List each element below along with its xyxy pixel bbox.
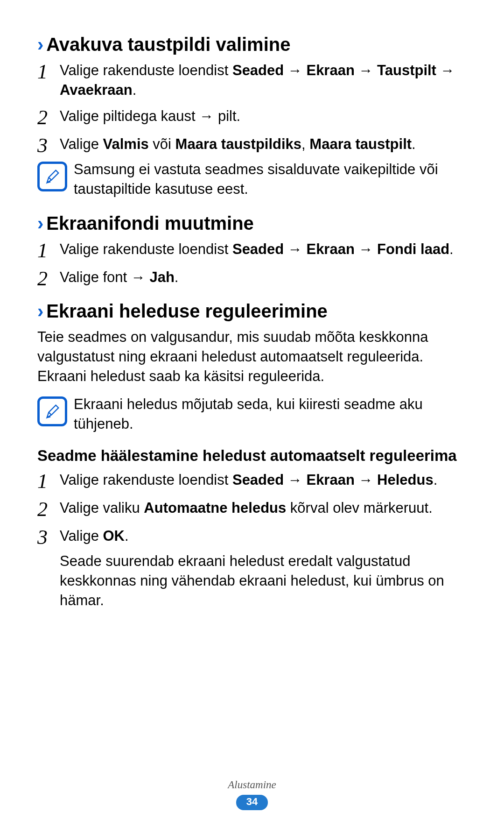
text-run: Valige rakenduste loendist xyxy=(60,62,232,78)
section-title: Avakuva taustpildi valimine xyxy=(46,33,290,56)
step-followup-text: Seade suurendab ekraani heledust eredalt… xyxy=(60,551,467,610)
step-number: 1 xyxy=(37,240,60,261)
chevron-icon: › xyxy=(37,214,43,233)
step-text: Valige rakenduste loendist Seaded → Ekra… xyxy=(60,61,467,100)
section-title: Ekraani heleduse reguleerimine xyxy=(46,299,327,323)
bold-run: Seaded → Ekraan → Fondi laad xyxy=(232,241,449,257)
bold-run: Maara taustpildiks xyxy=(175,136,301,152)
step-1: 1 Valige rakenduste loendist Seaded → Ek… xyxy=(37,470,467,492)
step-text: Valige piltidega kaust → pilt. xyxy=(60,106,467,126)
step-number: 3 xyxy=(37,526,60,548)
section-heading-brightness: › Ekraani heleduse reguleerimine xyxy=(37,299,467,323)
step-text: Valige valiku Automaatne heledus kõrval … xyxy=(60,498,467,518)
text-run: . xyxy=(125,528,129,544)
text-run: . xyxy=(434,472,438,488)
step-2: 2 Valige piltidega kaust → pilt. xyxy=(37,106,467,128)
note-text: Ekraani heledus mõjutab seda, kui kiires… xyxy=(74,395,467,434)
note-block: Samsung ei vastuta seadmes sisalduvate v… xyxy=(37,160,467,199)
text-run: Valige xyxy=(60,528,103,544)
svg-line-2 xyxy=(49,412,51,415)
note-icon xyxy=(37,396,67,426)
sub-heading-auto-brightness: Seadme häälestamine heledust automaatsel… xyxy=(37,446,467,466)
step-text: Valige font → Jah. xyxy=(60,268,467,287)
bold-run: Seaded → Ekraan → Heledus xyxy=(232,472,434,488)
text-run: . xyxy=(449,241,454,257)
text-run: . xyxy=(412,136,416,152)
text-run: . xyxy=(175,269,179,285)
step-number: 2 xyxy=(37,268,60,289)
text-run: . xyxy=(133,82,137,98)
text-run: Valige font → xyxy=(60,269,149,285)
page-number-badge: 34 xyxy=(236,795,268,810)
step-number: 2 xyxy=(37,498,60,520)
svg-line-0 xyxy=(49,177,51,180)
section-title: Ekraanifondi muutmine xyxy=(46,212,254,235)
document-page: › Avakuva taustpildi valimine 1 Valige r… xyxy=(0,0,504,827)
step-number: 1 xyxy=(37,61,60,82)
page-footer: Alustamine 34 xyxy=(0,779,504,810)
step-3: 3 Valige OK. xyxy=(37,526,467,548)
chevron-icon: › xyxy=(37,302,43,320)
step-2: 2 Valige valiku Automaatne heledus kõrva… xyxy=(37,498,467,520)
paragraph: Teie seadmes on valgusandur, mis suudab … xyxy=(37,327,467,386)
bold-run: Maara taustpilt xyxy=(309,136,412,152)
step-text: Valige rakenduste loendist Seaded → Ekra… xyxy=(60,470,467,490)
pencil-icon xyxy=(43,168,61,185)
text-run: Valige valiku xyxy=(60,500,144,516)
bold-run: Automaatne heledus xyxy=(144,500,286,516)
step-text: Valige OK. xyxy=(60,526,467,546)
section-heading-font: › Ekraanifondi muutmine xyxy=(37,212,467,235)
section-heading-wallpaper: › Avakuva taustpildi valimine xyxy=(37,33,467,56)
text-run: , xyxy=(301,136,309,152)
bold-run: Valmis xyxy=(103,136,149,152)
note-icon xyxy=(37,162,67,191)
step-number: 3 xyxy=(37,134,60,156)
bold-run: Jah xyxy=(149,269,174,285)
note-block: Ekraani heledus mõjutab seda, kui kiires… xyxy=(37,395,467,434)
step-number: 1 xyxy=(37,470,60,492)
text-run: Valige rakenduste loendist xyxy=(60,472,232,488)
bold-run: OK xyxy=(103,528,125,544)
step-text: Valige Valmis või Maara taustpildiks, Ma… xyxy=(60,134,467,154)
note-text: Samsung ei vastuta seadmes sisalduvate v… xyxy=(74,160,467,199)
footer-section-label: Alustamine xyxy=(0,779,504,791)
step-1: 1 Valige rakenduste loendist Seaded → Ek… xyxy=(37,240,467,261)
text-run: kõrval olev märkeruut. xyxy=(286,500,433,516)
text-run: või xyxy=(149,136,175,152)
step-1: 1 Valige rakenduste loendist Seaded → Ek… xyxy=(37,61,467,100)
pencil-icon xyxy=(43,403,61,420)
step-2: 2 Valige font → Jah. xyxy=(37,268,467,289)
chevron-icon: › xyxy=(37,35,43,54)
step-3: 3 Valige Valmis või Maara taustpildiks, … xyxy=(37,134,467,156)
step-text: Valige rakenduste loendist Seaded → Ekra… xyxy=(60,240,467,259)
text-run: Valige xyxy=(60,136,103,152)
step-number: 2 xyxy=(37,106,60,128)
text-run: Valige rakenduste loendist xyxy=(60,241,232,257)
